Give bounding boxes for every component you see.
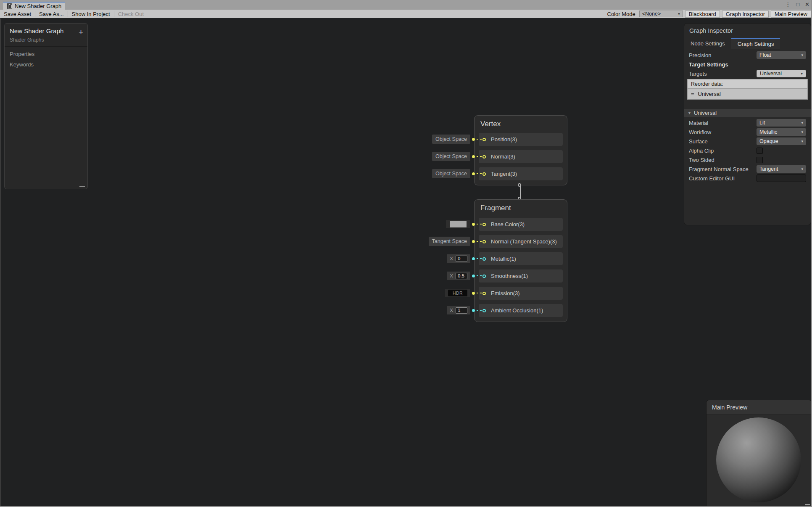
connector-dot-icon xyxy=(472,275,475,277)
custom-editor-gui-input[interactable] xyxy=(757,174,806,182)
two-sided-checkbox[interactable] xyxy=(757,157,763,163)
base-color-widget xyxy=(446,219,482,229)
connector-dash-icon xyxy=(477,139,482,140)
slot-label: Ambient Occlusion(1) xyxy=(491,307,543,314)
connector-dash-icon xyxy=(477,173,482,174)
fragment-node[interactable]: Fragment Base Color(3) Normal (Tangent S… xyxy=(474,199,567,322)
hdr-badge: HDR xyxy=(448,290,467,296)
blackboard-panel[interactable]: New Shader Graph Shader Graphs + Propert… xyxy=(4,23,88,189)
blackboard-toggle-button[interactable]: Blackboard xyxy=(685,11,720,18)
space-dropdown[interactable]: Object Space xyxy=(432,152,470,161)
x-component-label: X xyxy=(450,273,453,278)
reorder-item-label: Universal xyxy=(698,91,721,97)
space-dropdown[interactable]: Tangent Space xyxy=(429,237,470,246)
material-dropdown[interactable]: Lit ▾ xyxy=(757,119,806,127)
slot-label: Base Color(3) xyxy=(491,221,525,227)
graph-inspector-panel[interactable]: Graph Inspector Node Settings Graph Sett… xyxy=(684,23,811,225)
blackboard-section-keywords[interactable]: Keywords xyxy=(10,61,82,68)
chevron-down-icon: ▾ xyxy=(801,121,803,125)
input-port-icon[interactable] xyxy=(482,275,486,278)
save-as-button[interactable]: Save As... xyxy=(35,10,68,18)
show-in-project-button[interactable]: Show In Project xyxy=(68,10,114,18)
tab-graph-settings[interactable]: Graph Settings xyxy=(731,38,780,49)
document-tab-label: New Shader Graph xyxy=(15,3,61,9)
color-field[interactable] xyxy=(446,220,470,228)
resize-handle[interactable] xyxy=(79,186,85,187)
shader-graph-asset-icon xyxy=(7,3,12,9)
x-component-label: X xyxy=(450,308,453,313)
value-input[interactable]: 1 xyxy=(456,307,467,314)
value-input[interactable]: 0.5 xyxy=(456,273,467,279)
slot-smoothness[interactable]: Smoothness(1) xyxy=(479,269,563,283)
smoothness-value-widget: X 0.5 xyxy=(447,271,482,280)
tab-node-settings[interactable]: Node Settings xyxy=(684,38,731,49)
color-mode-dropdown[interactable]: <None> ▾ xyxy=(639,11,683,17)
vector1-field[interactable]: X 0 xyxy=(447,254,470,263)
reorder-list: Reorder data: = Universal xyxy=(687,79,808,100)
hdr-color-field[interactable]: HDR xyxy=(445,289,470,297)
slot-label: Position(3) xyxy=(491,136,517,143)
vector1-field[interactable]: X 1 xyxy=(447,306,470,314)
value-input[interactable]: 0 xyxy=(456,256,467,262)
save-asset-button[interactable]: Save Asset xyxy=(0,10,35,18)
vector1-field[interactable]: X 0.5 xyxy=(447,272,470,280)
position-space-widget: Object Space xyxy=(432,135,482,144)
preview-sphere[interactable] xyxy=(716,417,801,502)
main-preview-toggle-button[interactable]: Main Preview xyxy=(771,11,811,18)
foldout-arrow-icon: ▼ xyxy=(688,111,691,115)
slot-base-color[interactable]: Base Color(3) xyxy=(479,218,563,231)
window-menu-icon[interactable]: ⋮ xyxy=(785,1,791,8)
slot-label: Metallic(1) xyxy=(491,256,516,262)
surface-dropdown[interactable]: Opaque ▾ xyxy=(757,137,806,145)
graph-inspector-toggle-button[interactable]: Graph Inspector xyxy=(722,11,769,18)
blackboard-subtitle: Shader Graphs xyxy=(10,37,82,43)
blackboard-section-properties[interactable]: Properties xyxy=(10,51,82,57)
fragment-normal-space-value: Tangent xyxy=(759,166,778,172)
connector-dot-icon xyxy=(472,292,475,295)
main-preview-panel[interactable]: Main Preview xyxy=(706,400,812,507)
input-port-icon[interactable] xyxy=(482,292,486,295)
slot-tangent[interactable]: Tangent(3) xyxy=(479,167,563,180)
chevron-down-icon: ▾ xyxy=(801,139,803,143)
input-port-icon[interactable] xyxy=(482,257,486,261)
targets-dropdown[interactable]: Universal ▾ xyxy=(757,70,806,77)
slot-emission[interactable]: Emission(3) xyxy=(479,287,563,300)
universal-foldout[interactable]: ▼ Universal xyxy=(684,109,811,117)
document-tab[interactable]: New Shader Graph xyxy=(3,2,65,10)
tangent-space-widget: Object Space xyxy=(432,169,482,178)
maximize-icon[interactable]: □ xyxy=(796,1,799,8)
input-port-icon[interactable] xyxy=(482,172,486,176)
precision-dropdown[interactable]: Float ▾ xyxy=(757,51,806,59)
chevron-down-icon: ▾ xyxy=(801,71,803,76)
input-port-icon[interactable] xyxy=(482,155,486,158)
slot-position[interactable]: Position(3) xyxy=(479,133,563,146)
workflow-dropdown[interactable]: Metallic ▾ xyxy=(757,128,806,136)
fragment-normal-space-dropdown[interactable]: Tangent ▾ xyxy=(757,165,806,173)
slot-metallic[interactable]: Metallic(1) xyxy=(479,252,563,265)
title-bar: New Shader Graph ⋮ □ ✕ xyxy=(0,0,812,10)
alpha-clip-label: Alpha Clip xyxy=(689,148,757,154)
close-icon[interactable]: ✕ xyxy=(805,1,809,8)
slot-normal[interactable]: Normal(3) xyxy=(479,150,563,163)
slot-normal-tangent-space[interactable]: Normal (Tangent Space)(3) xyxy=(479,235,563,248)
alpha-clip-checkbox[interactable] xyxy=(757,148,763,154)
edge-endpoint-icon[interactable] xyxy=(518,183,521,187)
toolbar: Save Asset Save As... Show In Project Ch… xyxy=(0,10,812,18)
input-port-icon[interactable] xyxy=(482,138,486,141)
precision-value: Float xyxy=(759,52,771,58)
slot-ambient-occlusion[interactable]: Ambient Occlusion(1) xyxy=(479,304,563,317)
reorder-list-header: Reorder data: xyxy=(688,79,807,89)
reorder-list-item-universal[interactable]: = Universal xyxy=(688,89,807,99)
space-dropdown[interactable]: Object Space xyxy=(432,169,470,178)
resize-handle[interactable] xyxy=(805,504,810,505)
input-port-icon[interactable] xyxy=(482,240,486,243)
slot-label: Tangent(3) xyxy=(491,171,517,177)
drag-handle-icon[interactable]: = xyxy=(691,91,694,97)
input-port-icon[interactable] xyxy=(482,309,486,312)
space-dropdown[interactable]: Object Space xyxy=(432,135,470,144)
connector-dash-icon xyxy=(477,293,482,293)
vertex-node[interactable]: Vertex Position(3) Normal(3) Tangent(3) xyxy=(474,115,567,185)
connector-dot-icon xyxy=(472,138,475,141)
add-property-button[interactable]: + xyxy=(79,28,83,36)
input-port-icon[interactable] xyxy=(482,223,486,226)
